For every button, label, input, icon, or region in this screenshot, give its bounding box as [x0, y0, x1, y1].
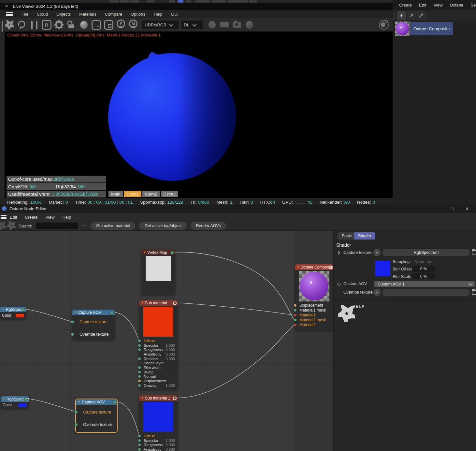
output-port[interactable] [24, 398, 28, 401]
eyedropper-icon[interactable] [417, 11, 426, 20]
output-port[interactable] [329, 266, 332, 269]
material-pick-icon[interactable]: M [128, 20, 139, 30]
input-port[interactable] [138, 379, 141, 383]
output-port[interactable] [173, 301, 177, 305]
menu-options[interactable]: Options [131, 12, 145, 17]
add-material-button[interactable]: + [397, 11, 406, 20]
menu-cloud[interactable]: Cloud [37, 12, 48, 17]
tab-cstm3[interactable]: Cstm3 [161, 191, 178, 197]
menu-create[interactable]: Create [399, 3, 412, 7]
region-render-icon[interactable]: R [41, 20, 52, 30]
close-icon[interactable]: ✕ [0, 4, 13, 8]
node-sub-material[interactable]: Sub material Diffuse Specular1.000 Rough… [139, 300, 178, 390]
hamburger-icon[interactable] [6, 12, 13, 16]
menu-create[interactable]: Create [25, 215, 37, 220]
capture-texture-value[interactable]: RgbSpectrum [382, 249, 470, 256]
octane-help-logo[interactable]: HELP [338, 305, 355, 323]
tab-shader[interactable]: Shader [354, 232, 375, 240]
node-graph-canvas[interactable]: Vertex Map RgbSpectrum Color Capture AOV [0, 231, 333, 451]
input-port[interactable] [294, 318, 297, 322]
input-port[interactable] [294, 309, 297, 312]
menu-select[interactable]: Select [470, 3, 476, 7]
drag-handle[interactable] [393, 11, 395, 20]
mesh-sphere-icon[interactable] [207, 20, 218, 30]
sampling-dropdown[interactable]: None [414, 259, 430, 264]
texture-type-dropdown[interactable] [373, 289, 381, 296]
sphere-icon[interactable] [244, 20, 255, 30]
red-color-swatch[interactable] [16, 314, 24, 317]
texture-type-dropdown[interactable] [373, 249, 381, 256]
maximize-button[interactable]: ❒ [444, 205, 459, 213]
node-vertex-map[interactable]: Vertex Map [141, 250, 175, 295]
input-port[interactable] [138, 443, 141, 446]
input-port[interactable] [138, 439, 141, 442]
input-port[interactable] [74, 423, 78, 427]
folder-icon[interactable] [472, 250, 476, 255]
collapse-icon[interactable] [141, 397, 144, 400]
get-active-tag-button[interactable]: Get active tag/object [139, 222, 187, 230]
scrollbar-thumb[interactable] [2, 21, 3, 32]
orbit-render-icon[interactable] [378, 20, 389, 30]
input-port[interactable] [294, 323, 297, 327]
get-active-material-button[interactable]: Get active material [91, 222, 135, 230]
camera-icon[interactable] [231, 20, 242, 30]
menu-view[interactable]: View [433, 3, 442, 7]
material-list-item[interactable]: Octane Composite [395, 22, 453, 36]
node-octane-composite[interactable]: Octane Composite Displacement Material1 … [295, 264, 333, 330]
assign-arrow-icon[interactable]: ↗ [407, 11, 416, 20]
input-port[interactable] [138, 384, 141, 387]
menu-gui[interactable]: GUI [171, 12, 179, 17]
override-texture-pin[interactable]: Override texture [83, 422, 112, 427]
input-port[interactable] [138, 344, 141, 347]
blur-offset-field[interactable]: 0 % [412, 266, 435, 272]
custom-aov-dropdown[interactable]: Custom AOV 1 [374, 281, 475, 287]
output-port[interactable] [112, 400, 116, 404]
texture-color-swatch[interactable] [375, 261, 390, 276]
menu-edit[interactable]: Edit [10, 215, 17, 220]
folder-icon[interactable] [472, 290, 476, 295]
output-port[interactable] [22, 308, 25, 312]
pause-icon[interactable] [29, 20, 40, 30]
collapse-icon[interactable] [78, 400, 80, 403]
lock-icon[interactable] [66, 20, 77, 30]
octane-logo-icon[interactable] [4, 20, 15, 30]
capture-texture-pin[interactable]: Capture texture [79, 320, 108, 324]
input-port[interactable] [294, 304, 297, 307]
format-dropdown[interactable]: HDR/sRGB [142, 21, 179, 29]
override-texture-field[interactable] [382, 289, 470, 296]
menu-help[interactable]: Help [62, 215, 71, 220]
dl-dropdown[interactable]: DL [181, 21, 203, 29]
menu-compare[interactable]: Compare [105, 12, 122, 17]
minimize-button[interactable]: — [428, 205, 443, 213]
input-port[interactable] [138, 375, 141, 378]
input-port[interactable] [71, 320, 74, 324]
focus-pick-icon[interactable]: F [115, 20, 126, 30]
menu-objects[interactable]: Objects [56, 12, 71, 17]
override-texture-pin[interactable]: Override texture [79, 332, 109, 337]
menu-file[interactable]: File [22, 12, 28, 17]
collapse-icon[interactable] [74, 311, 77, 314]
search-input[interactable] [36, 223, 78, 229]
output-port[interactable] [170, 251, 174, 255]
input-port[interactable] [138, 339, 141, 342]
collapse-icon[interactable] [297, 266, 299, 269]
hamburger-icon[interactable] [1, 215, 7, 219]
output-port[interactable] [173, 397, 177, 400]
menu-materials[interactable]: Materials [79, 12, 96, 17]
tab-cstm2[interactable]: Cstm2 [142, 191, 160, 197]
input-port[interactable] [138, 448, 141, 451]
tab-cstm1[interactable]: Cstm1 [124, 191, 141, 197]
expand-icon[interactable] [336, 251, 340, 255]
input-port[interactable] [138, 434, 141, 438]
menu-octane[interactable]: Octane [450, 3, 463, 7]
material-ball-icon[interactable] [78, 20, 89, 30]
input-port[interactable] [74, 411, 78, 414]
input-port[interactable] [294, 313, 297, 317]
close-button[interactable]: ✕ [460, 205, 475, 213]
blue-color-swatch[interactable] [18, 403, 27, 407]
expand-icon[interactable]: › [140, 361, 141, 364]
input-port[interactable] [71, 333, 74, 336]
render-aovs-button[interactable]: Render AOVs [191, 222, 226, 230]
collapse-icon[interactable] [143, 251, 146, 254]
sub-region-icon[interactable] [103, 20, 114, 30]
